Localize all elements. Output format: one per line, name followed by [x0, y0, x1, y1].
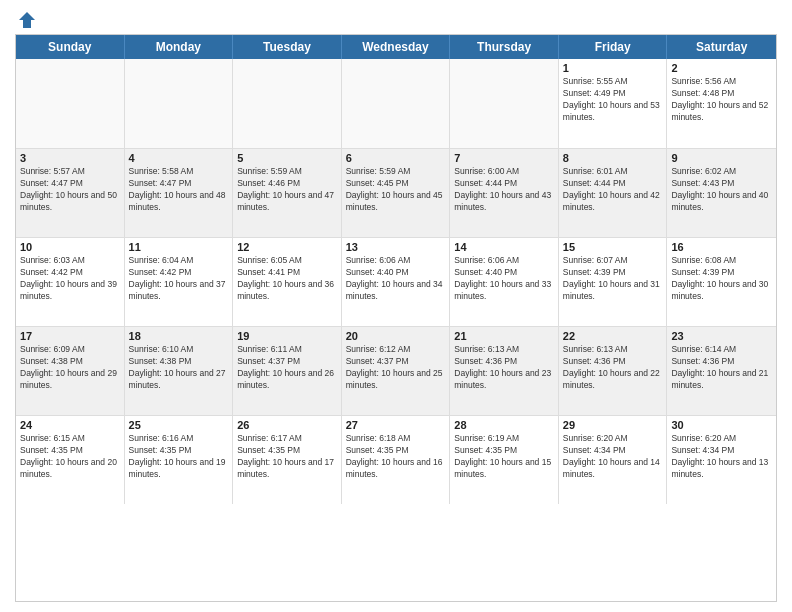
day-number: 17 — [20, 330, 120, 342]
calendar-cell: 12Sunrise: 6:05 AMSunset: 4:41 PMDayligh… — [233, 238, 342, 326]
day-info: Sunrise: 5:55 AMSunset: 4:49 PMDaylight:… — [563, 76, 663, 124]
calendar-cell: 19Sunrise: 6:11 AMSunset: 4:37 PMDayligh… — [233, 327, 342, 415]
calendar-cell: 27Sunrise: 6:18 AMSunset: 4:35 PMDayligh… — [342, 416, 451, 504]
header-day-sunday: Sunday — [16, 35, 125, 59]
day-info: Sunrise: 5:56 AMSunset: 4:48 PMDaylight:… — [671, 76, 772, 124]
calendar-cell: 11Sunrise: 6:04 AMSunset: 4:42 PMDayligh… — [125, 238, 234, 326]
header-day-wednesday: Wednesday — [342, 35, 451, 59]
day-info: Sunrise: 6:12 AMSunset: 4:37 PMDaylight:… — [346, 344, 446, 392]
header-day-thursday: Thursday — [450, 35, 559, 59]
calendar-cell: 23Sunrise: 6:14 AMSunset: 4:36 PMDayligh… — [667, 327, 776, 415]
day-info: Sunrise: 6:11 AMSunset: 4:37 PMDaylight:… — [237, 344, 337, 392]
day-number: 25 — [129, 419, 229, 431]
day-number: 11 — [129, 241, 229, 253]
header — [15, 10, 777, 26]
day-number: 3 — [20, 152, 120, 164]
day-info: Sunrise: 5:57 AMSunset: 4:47 PMDaylight:… — [20, 166, 120, 214]
calendar-week-3: 10Sunrise: 6:03 AMSunset: 4:42 PMDayligh… — [16, 237, 776, 326]
calendar-cell: 28Sunrise: 6:19 AMSunset: 4:35 PMDayligh… — [450, 416, 559, 504]
calendar-header: SundayMondayTuesdayWednesdayThursdayFrid… — [16, 35, 776, 59]
day-info: Sunrise: 6:10 AMSunset: 4:38 PMDaylight:… — [129, 344, 229, 392]
logo-icon — [17, 10, 37, 30]
day-info: Sunrise: 6:17 AMSunset: 4:35 PMDaylight:… — [237, 433, 337, 481]
day-info: Sunrise: 6:06 AMSunset: 4:40 PMDaylight:… — [454, 255, 554, 303]
calendar-cell — [16, 59, 125, 148]
day-info: Sunrise: 6:14 AMSunset: 4:36 PMDaylight:… — [671, 344, 772, 392]
day-number: 19 — [237, 330, 337, 342]
header-day-saturday: Saturday — [667, 35, 776, 59]
day-info: Sunrise: 6:04 AMSunset: 4:42 PMDaylight:… — [129, 255, 229, 303]
calendar-cell: 7Sunrise: 6:00 AMSunset: 4:44 PMDaylight… — [450, 149, 559, 237]
day-info: Sunrise: 6:13 AMSunset: 4:36 PMDaylight:… — [563, 344, 663, 392]
calendar-cell: 29Sunrise: 6:20 AMSunset: 4:34 PMDayligh… — [559, 416, 668, 504]
day-info: Sunrise: 6:03 AMSunset: 4:42 PMDaylight:… — [20, 255, 120, 303]
calendar-cell: 20Sunrise: 6:12 AMSunset: 4:37 PMDayligh… — [342, 327, 451, 415]
calendar-cell: 8Sunrise: 6:01 AMSunset: 4:44 PMDaylight… — [559, 149, 668, 237]
calendar-cell: 14Sunrise: 6:06 AMSunset: 4:40 PMDayligh… — [450, 238, 559, 326]
calendar-cell — [233, 59, 342, 148]
day-number: 2 — [671, 62, 772, 74]
day-number: 9 — [671, 152, 772, 164]
day-info: Sunrise: 6:02 AMSunset: 4:43 PMDaylight:… — [671, 166, 772, 214]
logo — [15, 10, 37, 26]
day-info: Sunrise: 6:20 AMSunset: 4:34 PMDaylight:… — [671, 433, 772, 481]
day-number: 12 — [237, 241, 337, 253]
day-info: Sunrise: 6:01 AMSunset: 4:44 PMDaylight:… — [563, 166, 663, 214]
calendar-cell: 10Sunrise: 6:03 AMSunset: 4:42 PMDayligh… — [16, 238, 125, 326]
day-info: Sunrise: 5:58 AMSunset: 4:47 PMDaylight:… — [129, 166, 229, 214]
day-number: 10 — [20, 241, 120, 253]
calendar-cell: 22Sunrise: 6:13 AMSunset: 4:36 PMDayligh… — [559, 327, 668, 415]
day-info: Sunrise: 6:00 AMSunset: 4:44 PMDaylight:… — [454, 166, 554, 214]
calendar-cell: 1Sunrise: 5:55 AMSunset: 4:49 PMDaylight… — [559, 59, 668, 148]
day-info: Sunrise: 6:16 AMSunset: 4:35 PMDaylight:… — [129, 433, 229, 481]
day-number: 13 — [346, 241, 446, 253]
day-info: Sunrise: 6:20 AMSunset: 4:34 PMDaylight:… — [563, 433, 663, 481]
day-number: 23 — [671, 330, 772, 342]
day-number: 4 — [129, 152, 229, 164]
day-number: 30 — [671, 419, 772, 431]
day-number: 18 — [129, 330, 229, 342]
calendar-cell: 21Sunrise: 6:13 AMSunset: 4:36 PMDayligh… — [450, 327, 559, 415]
day-number: 28 — [454, 419, 554, 431]
day-number: 15 — [563, 241, 663, 253]
day-number: 26 — [237, 419, 337, 431]
header-day-tuesday: Tuesday — [233, 35, 342, 59]
calendar-container: SundayMondayTuesdayWednesdayThursdayFrid… — [0, 0, 792, 612]
calendar-cell: 5Sunrise: 5:59 AMSunset: 4:46 PMDaylight… — [233, 149, 342, 237]
day-number: 27 — [346, 419, 446, 431]
day-number: 14 — [454, 241, 554, 253]
svg-marker-0 — [19, 12, 35, 28]
calendar-cell — [342, 59, 451, 148]
day-number: 5 — [237, 152, 337, 164]
calendar-cell: 26Sunrise: 6:17 AMSunset: 4:35 PMDayligh… — [233, 416, 342, 504]
day-number: 7 — [454, 152, 554, 164]
calendar-cell: 3Sunrise: 5:57 AMSunset: 4:47 PMDaylight… — [16, 149, 125, 237]
calendar-cell: 13Sunrise: 6:06 AMSunset: 4:40 PMDayligh… — [342, 238, 451, 326]
header-day-friday: Friday — [559, 35, 668, 59]
calendar: SundayMondayTuesdayWednesdayThursdayFrid… — [15, 34, 777, 602]
day-info: Sunrise: 6:07 AMSunset: 4:39 PMDaylight:… — [563, 255, 663, 303]
day-number: 20 — [346, 330, 446, 342]
calendar-cell: 6Sunrise: 5:59 AMSunset: 4:45 PMDaylight… — [342, 149, 451, 237]
day-info: Sunrise: 5:59 AMSunset: 4:45 PMDaylight:… — [346, 166, 446, 214]
calendar-cell — [125, 59, 234, 148]
day-info: Sunrise: 6:05 AMSunset: 4:41 PMDaylight:… — [237, 255, 337, 303]
day-number: 16 — [671, 241, 772, 253]
day-number: 1 — [563, 62, 663, 74]
header-day-monday: Monday — [125, 35, 234, 59]
calendar-cell: 25Sunrise: 6:16 AMSunset: 4:35 PMDayligh… — [125, 416, 234, 504]
calendar-week-5: 24Sunrise: 6:15 AMSunset: 4:35 PMDayligh… — [16, 415, 776, 504]
day-info: Sunrise: 6:13 AMSunset: 4:36 PMDaylight:… — [454, 344, 554, 392]
calendar-cell: 16Sunrise: 6:08 AMSunset: 4:39 PMDayligh… — [667, 238, 776, 326]
calendar-cell: 2Sunrise: 5:56 AMSunset: 4:48 PMDaylight… — [667, 59, 776, 148]
day-number: 21 — [454, 330, 554, 342]
calendar-week-1: 1Sunrise: 5:55 AMSunset: 4:49 PMDaylight… — [16, 59, 776, 148]
calendar-cell — [450, 59, 559, 148]
calendar-cell: 18Sunrise: 6:10 AMSunset: 4:38 PMDayligh… — [125, 327, 234, 415]
day-info: Sunrise: 6:18 AMSunset: 4:35 PMDaylight:… — [346, 433, 446, 481]
calendar-cell: 30Sunrise: 6:20 AMSunset: 4:34 PMDayligh… — [667, 416, 776, 504]
day-info: Sunrise: 6:09 AMSunset: 4:38 PMDaylight:… — [20, 344, 120, 392]
day-info: Sunrise: 5:59 AMSunset: 4:46 PMDaylight:… — [237, 166, 337, 214]
day-info: Sunrise: 6:19 AMSunset: 4:35 PMDaylight:… — [454, 433, 554, 481]
calendar-cell: 24Sunrise: 6:15 AMSunset: 4:35 PMDayligh… — [16, 416, 125, 504]
